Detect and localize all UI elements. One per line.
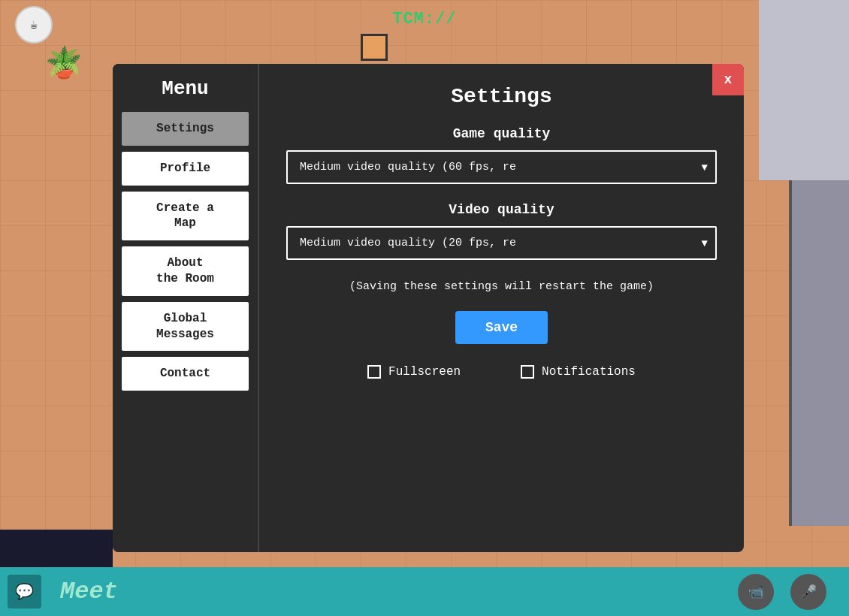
notifications-checkbox-item[interactable]: Notifications — [521, 365, 636, 379]
gray-wall-right — [789, 180, 849, 526]
camera-icon: 📹 — [748, 584, 764, 600]
settings-modal: Menu Settings Profile Create aMap Aboutt… — [113, 64, 744, 552]
sidebar-item-create-map[interactable]: Create aMap — [122, 192, 249, 241]
notifications-label: Notifications — [542, 365, 636, 379]
game-quality-select-wrap: Medium video quality (60 fps, re Low vid… — [286, 150, 717, 184]
sidebar-item-global-messages[interactable]: GlobalMessages — [122, 302, 249, 352]
coffee-symbol: ☕ — [30, 17, 38, 32]
tcm-label: TCM:// — [392, 10, 456, 29]
meet-label: Meet — [60, 578, 118, 605]
sidebar-title: Menu — [122, 71, 249, 100]
sidebar-item-profile[interactable]: Profile — [122, 152, 249, 186]
fullscreen-label: Fullscreen — [388, 365, 461, 379]
top-bar: ☕ TCM:// — [0, 0, 849, 38]
game-quality-select[interactable]: Medium video quality (60 fps, re Low vid… — [286, 150, 717, 184]
close-button[interactable]: x — [712, 64, 744, 95]
mic-button[interactable]: 🎤 — [790, 574, 826, 610]
fullscreen-checkbox[interactable] — [367, 365, 381, 379]
bottom-bar: 💬 Meet 📹 🎤 — [0, 567, 849, 616]
sidebar-item-contact[interactable]: Contact — [122, 357, 249, 391]
sidebar-item-about-room[interactable]: Aboutthe Room — [122, 246, 249, 296]
sidebar-item-settings[interactable]: Settings — [122, 112, 249, 146]
mic-icon: 🎤 — [800, 584, 817, 600]
plant-decoration: 🪴 — [45, 45, 83, 82]
settings-title: Settings — [286, 85, 717, 108]
dark-bottom-strip — [0, 530, 113, 567]
checkboxes-row: Fullscreen Notifications — [286, 365, 717, 379]
notifications-checkbox[interactable] — [521, 365, 534, 379]
video-quality-select[interactable]: Medium video quality (20 fps, re Low vid… — [286, 226, 717, 260]
camera-button[interactable]: 📹 — [738, 574, 774, 610]
door-icon — [361, 34, 388, 61]
save-button[interactable]: Save — [455, 311, 548, 344]
video-quality-label: Video quality — [286, 202, 717, 217]
settings-content: x Settings Game quality Medium video qua… — [259, 64, 744, 552]
fullscreen-checkbox-item[interactable]: Fullscreen — [367, 365, 461, 379]
chat-button[interactable]: 💬 — [8, 575, 41, 608]
chat-icon: 💬 — [15, 582, 34, 601]
game-quality-label: Game quality — [286, 126, 717, 141]
video-quality-select-wrap: Medium video quality (20 fps, re Low vid… — [286, 226, 717, 260]
restart-notice: (Saving these settings will restart the … — [286, 278, 717, 296]
coffee-icon: ☕ — [15, 6, 53, 44]
sidebar: Menu Settings Profile Create aMap Aboutt… — [113, 64, 259, 552]
